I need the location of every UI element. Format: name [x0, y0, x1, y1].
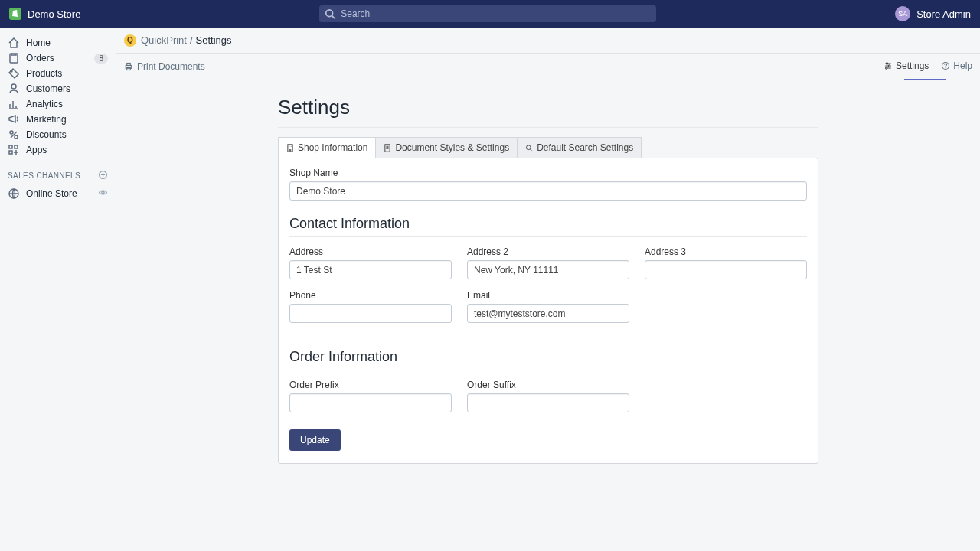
question-circle-icon: [941, 61, 950, 70]
user-icon: [8, 83, 20, 95]
document-icon: [384, 144, 391, 152]
search-icon: [325, 8, 335, 19]
breadcrumb: Q QuickPrint / Settings: [116, 28, 980, 54]
sidebar-item-customers[interactable]: Customers: [0, 81, 116, 96]
store-icon: [8, 187, 20, 200]
svg-rect-8: [9, 145, 12, 148]
apps-icon: [8, 144, 20, 156]
svg-line-7: [11, 132, 17, 138]
input-address2[interactable]: [467, 260, 629, 279]
svg-point-5: [10, 131, 13, 134]
svg-rect-15: [127, 64, 131, 66]
sidebar-item-orders[interactable]: Orders 8: [0, 51, 116, 66]
svg-rect-10: [9, 151, 12, 154]
input-phone[interactable]: [289, 304, 452, 323]
sliders-icon: [884, 61, 893, 70]
sidebar-item-label: Analytics: [26, 99, 63, 109]
search-container: [319, 5, 656, 22]
breadcrumb-app[interactable]: QuickPrint: [141, 34, 187, 46]
app-logo-icon: Q: [124, 34, 136, 47]
sidebar-item-products[interactable]: Products: [0, 66, 116, 81]
svg-rect-21: [288, 144, 292, 151]
subnav-print-label: Print Documents: [137, 61, 205, 72]
sidebar-item-label: Customers: [26, 83, 70, 94]
percent-icon: [8, 129, 20, 141]
subnav-settings-label: Settings: [896, 60, 929, 71]
breadcrumb-page: Settings: [196, 34, 232, 46]
subnav: Print Documents Settings Help: [116, 54, 980, 80]
platform-logo-icon: [9, 8, 21, 20]
input-order-prefix[interactable]: [289, 393, 452, 412]
input-address3[interactable]: [645, 260, 807, 279]
label-order-suffix: Order Suffix: [467, 380, 629, 390]
sidebar-item-label: Home: [26, 37, 51, 48]
sidebar-item-label: Orders: [26, 53, 54, 64]
search-icon: [525, 144, 533, 152]
sidebar-item-label: Products: [26, 68, 62, 79]
section-order-information: Order Information: [289, 349, 807, 365]
sidebar-item-label: Apps: [26, 145, 47, 155]
svg-point-18: [888, 65, 890, 67]
label-address3: Address 3: [645, 246, 807, 257]
sales-channels-label: SALES CHANNELS: [8, 171, 80, 180]
section-contact-information: Contact Information: [289, 216, 807, 232]
sales-channels-header: SALES CHANNELS: [0, 158, 116, 186]
bars-icon: [8, 98, 20, 110]
update-button[interactable]: Update: [289, 429, 341, 451]
store-name[interactable]: Demo Store: [28, 8, 80, 20]
orders-badge: 8: [94, 54, 108, 64]
page-title: Settings: [278, 88, 818, 128]
svg-line-1: [332, 16, 335, 19]
input-shop-name[interactable]: [289, 181, 807, 201]
label-address: Address: [289, 246, 452, 257]
orders-icon: [8, 52, 20, 64]
input-address[interactable]: [289, 260, 452, 279]
label-address2: Address 2: [467, 246, 629, 257]
sidebar-item-online-store[interactable]: Online Store: [0, 186, 116, 201]
tab-shop-information[interactable]: Shop Information: [278, 137, 376, 158]
input-order-suffix[interactable]: [467, 393, 629, 412]
home-icon: [8, 37, 20, 49]
label-phone: Phone: [289, 290, 452, 301]
sidebar-item-label: Online Store: [26, 188, 77, 199]
label-email: Email: [467, 290, 629, 301]
svg-rect-16: [127, 68, 131, 70]
svg-line-24: [531, 148, 532, 150]
divider: [289, 236, 807, 237]
subnav-settings[interactable]: Settings: [884, 60, 929, 73]
building-icon: [286, 144, 294, 152]
svg-point-23: [527, 145, 531, 149]
sidebar-item-apps[interactable]: Apps: [0, 142, 116, 158]
input-email[interactable]: [467, 304, 629, 323]
sidebar: Home Orders 8 Products Customers Analyti…: [0, 28, 116, 551]
svg-rect-9: [15, 145, 18, 148]
tab-label: Default Search Settings: [537, 142, 633, 153]
sidebar-item-analytics[interactable]: Analytics: [0, 96, 116, 112]
admin-name[interactable]: Store Admin: [916, 8, 971, 20]
sidebar-item-home[interactable]: Home: [0, 35, 116, 51]
svg-point-13: [102, 191, 104, 194]
label-shop-name: Shop Name: [289, 168, 807, 178]
plus-circle-icon[interactable]: [98, 170, 108, 181]
topbar: Demo Store SA Store Admin: [0, 0, 980, 28]
search-input[interactable]: [319, 5, 656, 22]
svg-point-0: [326, 10, 333, 17]
subnav-help[interactable]: Help: [941, 60, 972, 73]
megaphone-icon: [8, 113, 20, 126]
printer-icon: [124, 62, 133, 71]
tab-label: Document Styles & Settings: [395, 142, 509, 153]
tab-default-search[interactable]: Default Search Settings: [517, 137, 642, 158]
eye-icon[interactable]: [98, 187, 108, 200]
settings-form-card: Shop Name Contact Information Address Ad…: [278, 158, 818, 464]
avatar[interactable]: SA: [895, 6, 910, 21]
sidebar-item-marketing[interactable]: Marketing: [0, 112, 116, 127]
svg-point-19: [886, 67, 887, 69]
sidebar-item-discounts[interactable]: Discounts: [0, 127, 116, 142]
settings-tabs: Shop Information Document Styles & Setti…: [278, 137, 818, 158]
svg-point-3: [11, 70, 12, 72]
svg-point-6: [15, 135, 18, 139]
tab-document-styles[interactable]: Document Styles & Settings: [375, 137, 518, 158]
sidebar-item-label: Discounts: [26, 129, 67, 140]
subnav-help-label: Help: [953, 60, 972, 71]
subnav-print-documents[interactable]: Print Documents: [124, 61, 205, 72]
